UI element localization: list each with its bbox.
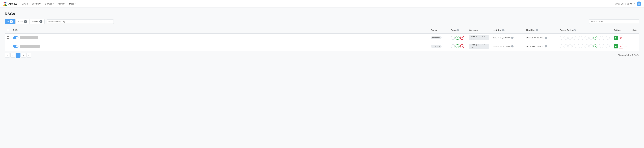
brand-link[interactable]: Airflow xyxy=(3,1,17,6)
dag-more-btn-1[interactable]: ··· xyxy=(624,45,628,48)
row-checkbox-1[interactable] xyxy=(7,45,9,47)
col-header-nextrun: Next Run i xyxy=(524,27,558,34)
task-empty-0-6 xyxy=(585,36,589,40)
schedule-badge-1: */30 8-21 * * 1-5 xyxy=(469,44,489,49)
task-empty-1-4 xyxy=(576,44,580,48)
table-row: chrischow 23 9 */30 8-21 * * 1-5 2022-01… xyxy=(5,42,639,51)
task-empty2-1-9 xyxy=(598,44,601,48)
nextrun-time-0: 2022-01-07, 21:30:00 xyxy=(526,37,544,39)
row-checkbox-0[interactable] xyxy=(7,36,9,39)
col-header-tasks: Recent Tasks i xyxy=(558,27,612,34)
task-empty-0-3 xyxy=(572,36,576,40)
task-empty2-0-11 xyxy=(606,36,610,40)
nav-item-dags[interactable]: DAGs xyxy=(20,1,30,6)
user-avatar[interactable]: CC xyxy=(636,1,641,6)
runs-info-icon: i xyxy=(456,29,459,31)
dag-toggle-1[interactable] xyxy=(13,45,18,48)
dag-delete-btn-1[interactable]: 🗑 xyxy=(619,44,623,48)
page-1-btn[interactable]: 1 xyxy=(16,53,20,58)
task-empty-0-2 xyxy=(568,36,572,40)
dag-runs-0: 25 10 xyxy=(449,33,467,42)
nav-links: DAGs Security ▾ Browse ▾ Admin ▾ Docs ▾ xyxy=(20,1,615,6)
dag-links-0: ··· xyxy=(630,33,639,42)
dag-tbody: chrischow 25 10 */30 8-21 * * 1-5 2022-0… xyxy=(5,33,639,51)
col-header-owner: Owner xyxy=(429,27,449,34)
owner-badge-1: chrischow xyxy=(431,45,442,48)
page-last-btn[interactable]: » xyxy=(26,53,31,58)
pagination: « ‹ 1 › » xyxy=(5,53,31,58)
nextrun-time-1: 2022-01-07, 21:30:00 xyxy=(526,45,544,47)
dag-runs-1: 23 9 xyxy=(449,42,467,51)
tag-filter-wrap xyxy=(46,19,114,24)
lastrun-time-0: 2022-01-07, 21:00:00 xyxy=(493,37,510,39)
dag-trigger-btn-0[interactable]: ▶ xyxy=(614,36,618,40)
task-empty2-0-9 xyxy=(598,36,601,40)
task-empty-1-3 xyxy=(572,44,576,48)
dag-table: DAG Owner Runs i Schedule Last Run i xyxy=(5,27,639,51)
dag-more-btn-0[interactable]: ··· xyxy=(624,36,628,39)
tag-filter-input[interactable] xyxy=(46,19,114,24)
task-empty-1-1 xyxy=(564,44,568,48)
nav-item-admin[interactable]: Admin ▾ xyxy=(56,1,67,6)
page-title: DAGs xyxy=(5,12,639,16)
dag-owner-0: chrischow xyxy=(429,33,449,42)
dag-schedule-1: */30 8-21 * * 1-5 xyxy=(467,42,491,51)
tab-all[interactable]: All 2 xyxy=(5,19,15,24)
search-input[interactable] xyxy=(589,19,639,24)
dag-links-btn-0[interactable]: ··· xyxy=(632,36,636,39)
dag-name-cell-1 xyxy=(11,42,429,51)
task-empty-1-6 xyxy=(585,44,589,48)
task-empty-1-0 xyxy=(560,44,564,48)
col-header-links: Links xyxy=(630,27,639,34)
dag-links-btn-1[interactable]: ··· xyxy=(632,45,636,48)
filter-tabs: All 2 Active 2 Paused 0 xyxy=(5,19,44,24)
all-badge: 2 xyxy=(10,20,13,23)
col-header-check xyxy=(5,27,11,34)
dag-name-blob-1 xyxy=(20,45,40,48)
nav-item-security[interactable]: Security ▾ xyxy=(30,1,43,6)
tab-paused[interactable]: Paused 0 xyxy=(30,19,44,24)
navbar: Airflow DAGs Security ▾ Browse ▾ Admin ▾… xyxy=(0,0,644,8)
page-first-btn[interactable]: « xyxy=(5,53,10,58)
admin-caret-icon: ▾ xyxy=(64,3,65,5)
col-header-actions: Actions xyxy=(612,27,630,34)
lastrun-info-0: i xyxy=(511,37,514,39)
nextrun-info-1: i xyxy=(545,45,547,47)
dag-nextrun-0: 2022-01-07, 21:30:00 i xyxy=(524,33,558,42)
dag-nextrun-1: 2022-01-07, 21:30:00 i xyxy=(524,42,558,51)
lastrun-info-icon: i xyxy=(502,29,504,31)
run-failed-circle-1: 9 xyxy=(460,44,464,48)
tasks-info-icon: i xyxy=(574,29,576,31)
page-content: DAGs All 2 Active 2 Paused 0 xyxy=(0,8,644,62)
col-header-runs: Runs i xyxy=(449,27,467,34)
nav-item-docs[interactable]: Docs ▾ xyxy=(68,1,77,6)
dag-toggle-0[interactable] xyxy=(13,36,18,39)
dag-name-cell-0 xyxy=(11,33,429,42)
pagination-info: Showing 1-2 of 2 DAGs xyxy=(618,54,639,57)
browse-caret-icon: ▾ xyxy=(53,3,54,5)
select-all-checkbox[interactable] xyxy=(7,29,9,31)
dag-tasks-0: 4 xyxy=(558,33,612,42)
task-empty-0-5 xyxy=(581,36,584,40)
task-green-1-8: 4 xyxy=(593,44,597,48)
task-empty-0-7 xyxy=(589,36,593,40)
page-prev-btn[interactable]: ‹ xyxy=(10,53,15,58)
page-next-btn[interactable]: › xyxy=(21,53,26,58)
run-empty-circle-1 xyxy=(451,44,455,48)
brand-name: Airflow xyxy=(8,2,17,5)
nav-time: 10:03 EST (-05:00) xyxy=(615,3,632,5)
task-empty2-1-10 xyxy=(602,44,606,48)
nav-item-browse[interactable]: Browse ▾ xyxy=(43,1,55,6)
airflow-logo-icon xyxy=(3,1,8,6)
pagination-total: 2 xyxy=(632,54,633,57)
dag-trigger-btn-1[interactable]: ▶ xyxy=(614,44,618,48)
dag-tasks-1: 4 xyxy=(558,42,612,51)
task-empty-0-4 xyxy=(576,36,580,40)
dag-delete-btn-0[interactable]: 🗑 xyxy=(619,36,623,40)
run-success-circle-1: 23 xyxy=(456,44,460,48)
col-header-schedule: Schedule xyxy=(467,27,491,34)
tab-active[interactable]: Active 2 xyxy=(16,19,29,24)
schedule-badge-0: */30 8-21 * * 1-5 xyxy=(469,35,489,40)
owner-badge-0: chrischow xyxy=(431,36,442,39)
pagination-row: « ‹ 1 › » Showing 1-2 of 2 DAGs xyxy=(5,53,639,58)
